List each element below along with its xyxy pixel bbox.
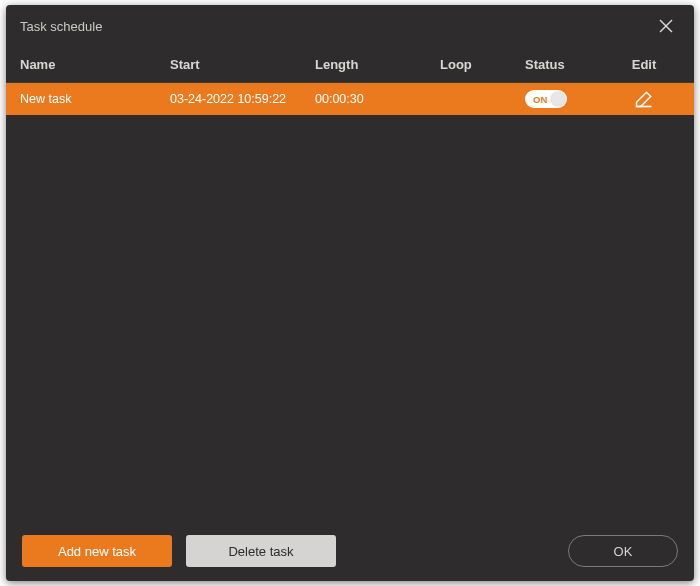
footer: Add new task Delete task OK <box>6 521 694 581</box>
task-edit[interactable] <box>620 89 668 109</box>
column-header-name: Name <box>20 57 170 72</box>
delete-task-button[interactable]: Delete task <box>186 535 336 567</box>
toggle-label: ON <box>533 94 547 105</box>
toggle-knob <box>551 92 565 106</box>
column-header-start: Start <box>170 57 315 72</box>
add-new-task-button[interactable]: Add new task <box>22 535 172 567</box>
task-schedule-window: Task schedule Name Start Length Loop Sta… <box>6 5 694 581</box>
table-row[interactable]: New task 03-24-2022 10:59:22 00:00:30 ON <box>6 83 694 115</box>
table-body-empty <box>6 115 694 521</box>
column-header-length: Length <box>315 57 440 72</box>
task-status: ON <box>525 90 620 108</box>
close-button[interactable] <box>652 12 680 40</box>
task-length: 00:00:30 <box>315 92 440 106</box>
task-name: New task <box>20 92 170 106</box>
close-icon <box>658 18 674 34</box>
task-start: 03-24-2022 10:59:22 <box>170 92 315 106</box>
window-title: Task schedule <box>20 19 102 34</box>
column-header-edit: Edit <box>620 57 668 72</box>
column-header-status: Status <box>525 57 620 72</box>
table-header: Name Start Length Loop Status Edit <box>6 47 694 83</box>
status-toggle[interactable]: ON <box>525 90 567 108</box>
column-header-loop: Loop <box>440 57 525 72</box>
edit-icon <box>634 89 654 109</box>
ok-button[interactable]: OK <box>568 535 678 567</box>
titlebar: Task schedule <box>6 5 694 47</box>
